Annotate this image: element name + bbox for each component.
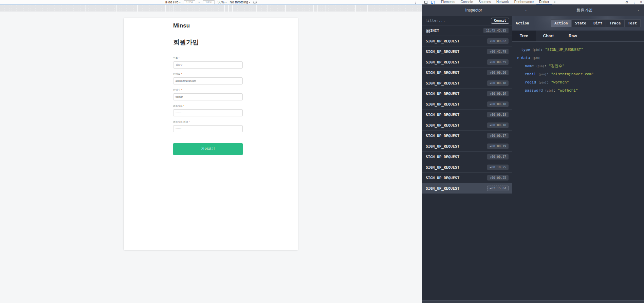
action-row[interactable]: SIGN_UP_REQUEST+00:00.17 bbox=[422, 152, 512, 162]
settings-gear-icon[interactable]: ⚙ bbox=[623, 0, 630, 4]
detail-tab-test[interactable]: Test bbox=[624, 19, 641, 27]
tab-performance[interactable]: Performance bbox=[512, 0, 536, 4]
tab-strip-block[interactable] bbox=[356, 5, 367, 12]
tab-strip-block[interactable] bbox=[326, 5, 355, 12]
tab-elements[interactable]: Elements bbox=[438, 0, 458, 4]
devtools-menu-icon[interactable]: ⋮ bbox=[630, 0, 638, 4]
action-row[interactable]: SIGN_UP_REQUEST+00:42.78 bbox=[422, 46, 512, 57]
action-row[interactable]: SIGN_UP_REQUEST+00:00.18 bbox=[422, 99, 512, 110]
monitor-select[interactable]: Inspector ▾ bbox=[422, 4, 532, 16]
action-timestamp-badge: +00:10.25 bbox=[487, 165, 509, 170]
action-row[interactable]: @@INIT11:45:45.85 bbox=[422, 25, 512, 36]
action-name: SIGN_UP_REQUEST bbox=[426, 155, 487, 159]
password-label: 패스워드* bbox=[173, 104, 243, 108]
device-toolbar-toggle-icon[interactable] bbox=[429, 0, 436, 4]
form-fields: 이름*이메일*아이디*패스워드*패스워드 체크* bbox=[173, 56, 243, 132]
action-row[interactable]: SIGN_UP_REQUEST+00:00.19 bbox=[422, 89, 512, 99]
action-row[interactable]: SIGN_UP_REQUEST+00:09.82 bbox=[422, 36, 512, 46]
action-timestamp-badge: +00:42.78 bbox=[487, 49, 509, 54]
viewport-height-field[interactable]: 1366 bbox=[203, 0, 215, 4]
action-row[interactable]: SIGN_UP_REQUEST+00:00.55 bbox=[422, 57, 512, 68]
tab-strip bbox=[0, 5, 422, 12]
view-tab-raw[interactable]: Raw bbox=[561, 31, 585, 41]
detail-tab-diff[interactable]: Diff bbox=[590, 19, 606, 27]
tree-row[interactable]: ▼regid (pin): "wpfhch" bbox=[517, 78, 639, 87]
tab-strip-block[interactable] bbox=[318, 5, 326, 12]
tab-strip-block[interactable] bbox=[268, 5, 285, 12]
action-timestamp-badge: 11:45:45.85 bbox=[483, 28, 509, 33]
devtools-pane: ElementsConsoleSourcesNetworkPerformance… bbox=[422, 0, 644, 303]
device-toolbar-menu-icon[interactable]: ⋮ bbox=[414, 0, 417, 4]
action-row[interactable]: SIGN_UP_REQUEST+00:00.19 bbox=[422, 141, 512, 152]
tab-strip-block[interactable] bbox=[225, 5, 228, 12]
tab-strip-block[interactable] bbox=[86, 5, 116, 12]
tree-row[interactable]: ▼data (pin) bbox=[517, 54, 639, 62]
tree-pin-label: (pin) bbox=[538, 81, 547, 84]
tab-strip-block[interactable] bbox=[138, 5, 165, 12]
action-row[interactable]: SIGN_UP_REQUEST+00:10.25 bbox=[422, 162, 512, 173]
expand-arrow-icon[interactable]: ▼ bbox=[517, 54, 520, 62]
commit-button[interactable]: Commit bbox=[491, 18, 509, 24]
action-row[interactable]: SIGN_UP_REQUEST+00:00.18 bbox=[422, 110, 512, 120]
tab-sources[interactable]: Sources bbox=[476, 0, 494, 4]
tree-key: password bbox=[525, 88, 545, 93]
userid-input[interactable] bbox=[173, 93, 243, 100]
action-row[interactable]: SIGN_UP_REQUEST+00:00.20 bbox=[422, 68, 512, 78]
action-filter-input[interactable] bbox=[425, 18, 491, 23]
tab-strip-block[interactable] bbox=[229, 5, 232, 12]
name-input[interactable] bbox=[173, 61, 243, 69]
tab-strip-block[interactable] bbox=[286, 5, 313, 12]
action-row[interactable]: SIGN_UP_REQUEST+00:00.17 bbox=[422, 131, 512, 141]
instance-select[interactable]: 회원가입 ▾ bbox=[532, 4, 644, 16]
action-name: SIGN_UP_REQUEST bbox=[426, 165, 487, 170]
tree-row[interactable]: ▼type (pin): "SIGN_UP_REQUEST" bbox=[517, 46, 639, 54]
action-row[interactable]: SIGN_UP_REQUEST+00:00.25 bbox=[422, 173, 512, 183]
tree-row[interactable]: ▼password (pin): "wpfhch1" bbox=[517, 87, 639, 95]
tab-strip-block[interactable] bbox=[368, 5, 422, 12]
detail-tab-trace[interactable]: Trace bbox=[606, 19, 624, 27]
redux-panel: Inspector ▾ 회원가입 ▾ Commit @@INIT11:45:45… bbox=[422, 4, 644, 303]
tab-strip-block[interactable] bbox=[169, 5, 173, 12]
tab-strip-block[interactable] bbox=[166, 5, 169, 12]
view-tab-chart[interactable]: Chart bbox=[536, 31, 561, 41]
action-name: SIGN_UP_REQUEST bbox=[426, 134, 487, 138]
tree-pin-label: (pin) bbox=[532, 49, 540, 52]
detail-tab-action[interactable]: Action bbox=[551, 19, 572, 27]
action-row[interactable]: SIGN_UP_REQUEST+00:00.18 bbox=[422, 120, 512, 131]
signup-submit-button[interactable]: 가입하기 bbox=[173, 143, 243, 155]
detail-header: Action ActionStateDiffTraceTest bbox=[512, 16, 644, 31]
detail-tab-state[interactable]: State bbox=[571, 19, 590, 27]
tab-console[interactable]: Console bbox=[458, 0, 476, 4]
action-timestamp-badge: +00:00.18 bbox=[487, 122, 509, 128]
tree-colon: : bbox=[544, 64, 549, 68]
instance-select-label: 회원가입 bbox=[576, 7, 593, 13]
tab-strip-block[interactable] bbox=[173, 5, 224, 12]
inspect-element-icon[interactable] bbox=[422, 0, 429, 4]
more-tabs-button[interactable]: » bbox=[552, 0, 558, 4]
action-timestamp-badge: +00:00.20 bbox=[487, 70, 509, 75]
tab-strip-block[interactable] bbox=[314, 5, 317, 12]
tab-strip-block[interactable] bbox=[117, 5, 137, 12]
action-row[interactable]: SIGN_UP_REQUEST+00:00.18 bbox=[422, 78, 512, 89]
action-name: SIGN_UP_REQUEST bbox=[426, 81, 487, 86]
throttling-select[interactable]: No throttling ▾ bbox=[230, 0, 250, 4]
tab-strip-block[interactable] bbox=[257, 5, 268, 12]
zoom-select[interactable]: 50% ▾ bbox=[218, 0, 227, 4]
tab-strip-block[interactable] bbox=[233, 5, 256, 12]
tree-row[interactable]: ▼email (pin): "alstntn@naver.com" bbox=[517, 70, 639, 78]
close-devtools-icon[interactable]: × bbox=[638, 0, 644, 4]
action-row[interactable]: SIGN_UP_REQUEST+02:15.04 bbox=[422, 183, 512, 194]
tab-redux[interactable]: Redux bbox=[536, 0, 552, 4]
tab-strip-block[interactable] bbox=[0, 5, 86, 12]
email-input[interactable] bbox=[173, 77, 243, 84]
view-tab-tree[interactable]: Tree bbox=[512, 31, 536, 41]
required-asterisk: * bbox=[183, 105, 184, 107]
device-select[interactable]: iPad Pro ▾ bbox=[165, 0, 181, 4]
tab-network[interactable]: Network bbox=[494, 0, 512, 4]
filter-row: Commit bbox=[422, 16, 512, 25]
viewport-width-field[interactable]: 1024 bbox=[184, 0, 195, 4]
rotate-disabled-icon[interactable] bbox=[253, 1, 257, 4]
password-input[interactable] bbox=[173, 109, 243, 116]
tree-row[interactable]: ▼name (pin): "김민수" bbox=[517, 62, 639, 70]
password-check-input[interactable] bbox=[173, 125, 243, 132]
